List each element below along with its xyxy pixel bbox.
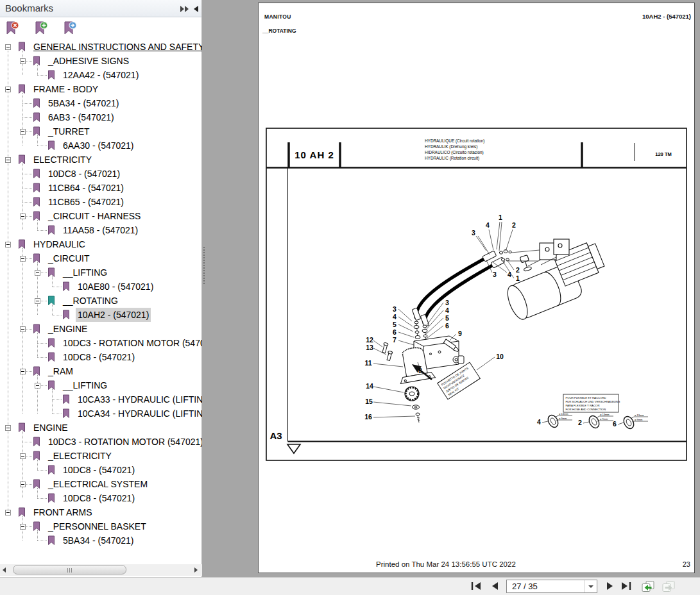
bookmark-label[interactable]: 10AE80 - (547021) bbox=[78, 280, 153, 294]
collapse-expander-icon[interactable] bbox=[35, 383, 40, 389]
bookmark-item[interactable]: _CIRCUIT - HARNESS bbox=[0, 209, 202, 223]
bookmark-label[interactable]: 10DC8 - (547021) bbox=[48, 167, 120, 181]
expand-options-icon[interactable] bbox=[180, 5, 191, 13]
collapse-expander-icon[interactable] bbox=[20, 326, 26, 332]
collapse-expander-icon[interactable] bbox=[20, 58, 26, 64]
bookmark-item[interactable]: 10DC8 - (547021) bbox=[0, 491, 202, 505]
bookmark-label[interactable]: ENGINE bbox=[33, 421, 68, 435]
last-page-icon[interactable] bbox=[620, 581, 633, 591]
bookmark-label[interactable]: __ROTATING bbox=[63, 294, 118, 308]
bookmark-item[interactable]: __ROTATING bbox=[0, 294, 202, 308]
bookmark-item[interactable]: FRAME - BODY bbox=[0, 82, 202, 96]
bookmark-item[interactable]: _RAM bbox=[0, 364, 202, 378]
bookmark-label[interactable]: 10DC8 - (547021) bbox=[63, 350, 135, 364]
first-page-icon[interactable] bbox=[470, 581, 482, 591]
bookmark-label[interactable]: __LIFTING bbox=[63, 265, 107, 280]
bookmark-item[interactable]: HYDRAULIC bbox=[0, 237, 202, 251]
bookmark-item[interactable]: 5BA34 - (547021) bbox=[0, 533, 202, 548]
bookmark-label[interactable]: 10AH2 - (547021) bbox=[76, 308, 151, 322]
bookmark-item[interactable]: 10DC3 - ROTATION MOTOR (547021) bbox=[0, 435, 202, 449]
bookmark-item[interactable]: _PERSONNEL BASKET bbox=[0, 519, 202, 533]
bookmark-item[interactable]: 10DC3 - ROTATION MOTOR (547021) bbox=[0, 336, 202, 350]
bookmark-item[interactable]: 11CB64 - (547021) bbox=[0, 181, 202, 195]
collapse-expander-icon[interactable] bbox=[5, 242, 11, 247]
bookmark-label[interactable]: 10DC3 - ROTATION MOTOR (547021) bbox=[63, 336, 202, 350]
bookmark-label[interactable]: _PERSONNEL BASKET bbox=[48, 519, 146, 533]
bookmark-label[interactable]: 6AB3 - (547021) bbox=[48, 110, 114, 124]
collapse-expander-icon[interactable] bbox=[20, 369, 26, 374]
bookmark-item[interactable]: 11AA58 - (547021) bbox=[0, 223, 202, 237]
bookmark-item[interactable]: 10AH2 - (547021) bbox=[0, 308, 202, 322]
bookmark-item[interactable]: 10DC8 - (547021) bbox=[0, 463, 202, 477]
bookmark-label[interactable]: __LIFTING bbox=[63, 378, 107, 392]
bookmark-item[interactable]: 11CB65 - (547021) bbox=[0, 195, 202, 209]
horizontal-scrollbar[interactable] bbox=[0, 564, 202, 576]
bookmark-label[interactable]: 10DC3 - ROTATION MOTOR (547021) bbox=[48, 435, 202, 449]
bookmark-item[interactable]: GENERAL INSTRUCTIONS AND SAFETY bbox=[0, 40, 202, 54]
bookmark-label[interactable]: 11AA58 - (547021) bbox=[63, 223, 138, 237]
bookmark-item[interactable]: 10AE80 - (547021) bbox=[0, 280, 202, 294]
bookmark-label[interactable]: HYDRAULIC bbox=[33, 237, 85, 251]
bookmark-label[interactable]: 10DC8 - (547021) bbox=[63, 491, 135, 505]
bookmark-item[interactable]: _ENGINE bbox=[0, 322, 202, 336]
bookmark-label[interactable]: 12AA42 - (547021) bbox=[63, 68, 139, 82]
bookmark-label[interactable]: _ELECTRICAL SYSTEM bbox=[48, 477, 148, 491]
collapse-expander-icon[interactable] bbox=[35, 270, 40, 276]
previous-view-icon[interactable] bbox=[640, 580, 656, 593]
bookmark-item[interactable]: _ELECTRICITY bbox=[0, 449, 202, 463]
bookmark-add-icon[interactable] bbox=[34, 21, 48, 36]
bookmark-goto-icon[interactable] bbox=[63, 21, 77, 36]
collapse-expander-icon[interactable] bbox=[20, 482, 26, 487]
bookmark-item[interactable]: 10DC8 - (547021) bbox=[0, 350, 202, 364]
panel-resize-grip[interactable] bbox=[203, 247, 207, 284]
page-number-field[interactable]: 27 / 35 bbox=[506, 580, 597, 593]
bookmark-label[interactable]: FRONT ARMS bbox=[33, 505, 92, 519]
bookmark-item[interactable]: ENGINE bbox=[0, 421, 202, 435]
bookmark-label[interactable]: 10DC8 - (547021) bbox=[63, 463, 135, 477]
bookmark-item[interactable]: FRONT ARMS bbox=[0, 505, 202, 519]
scroll-right-arrow-icon[interactable] bbox=[194, 567, 198, 573]
bookmark-item[interactable]: _CIRCUIT bbox=[0, 251, 202, 265]
bookmark-label[interactable]: GENERAL INSTRUCTIONS AND SAFETY bbox=[33, 40, 202, 54]
collapse-expander-icon[interactable] bbox=[5, 87, 11, 92]
previous-page-icon[interactable] bbox=[489, 581, 502, 591]
next-page-icon[interactable] bbox=[603, 581, 616, 591]
bookmark-label[interactable]: _RAM bbox=[48, 364, 73, 378]
bookmark-label[interactable]: 5BA34 - (547021) bbox=[48, 96, 119, 110]
bookmark-item[interactable]: 5BA34 - (547021) bbox=[0, 96, 202, 110]
bookmark-label[interactable]: 11CB65 - (547021) bbox=[48, 195, 124, 209]
bookmark-item[interactable]: __LIFTING bbox=[0, 265, 202, 280]
bookmark-label[interactable]: _ENGINE bbox=[48, 322, 87, 336]
collapse-expander-icon[interactable] bbox=[5, 44, 11, 50]
bookmark-label[interactable]: ELECTRICITY bbox=[33, 153, 92, 167]
bookmark-label[interactable]: 10CA34 - HYDRAULIC (LIFTING) bbox=[78, 406, 202, 421]
next-view-icon[interactable] bbox=[661, 580, 676, 593]
bookmark-label[interactable]: 6AA30 - (547021) bbox=[63, 138, 134, 153]
collapse-expander-icon[interactable] bbox=[20, 129, 26, 135]
bookmark-item[interactable]: _ADHESIVE SIGNS bbox=[0, 54, 202, 68]
bookmark-label[interactable]: _ELECTRICITY bbox=[48, 449, 112, 463]
collapse-panel-icon[interactable] bbox=[192, 5, 200, 13]
bookmark-label[interactable]: FRAME - BODY bbox=[33, 82, 98, 96]
bookmark-item[interactable]: 10CA34 - HYDRAULIC (LIFTING) bbox=[0, 406, 202, 421]
collapse-expander-icon[interactable] bbox=[5, 157, 11, 163]
bookmark-label[interactable]: _CIRCUIT - HARNESS bbox=[48, 209, 141, 223]
page-dropdown-button[interactable] bbox=[585, 580, 597, 592]
scroll-left-arrow-icon[interactable] bbox=[3, 567, 6, 573]
bookmark-item[interactable]: 10CA33 - HYDRAULIC (LIFTING) bbox=[0, 392, 202, 406]
bookmark-label[interactable]: 11CB64 - (547021) bbox=[48, 181, 124, 195]
bookmark-item[interactable]: 10DC8 - (547021) bbox=[0, 167, 202, 181]
collapse-expander-icon[interactable] bbox=[20, 256, 26, 262]
bookmark-label[interactable]: _TURRET bbox=[48, 124, 90, 138]
bookmark-item[interactable]: 12AA42 - (547021) bbox=[0, 68, 202, 82]
collapse-expander-icon[interactable] bbox=[20, 524, 26, 530]
collapse-expander-icon[interactable] bbox=[20, 453, 26, 459]
collapse-expander-icon[interactable] bbox=[20, 214, 26, 219]
scrollbar-thumb[interactable] bbox=[13, 565, 126, 574]
bookmark-item[interactable]: 6AB3 - (547021) bbox=[0, 110, 202, 124]
bookmark-label[interactable]: 5BA34 - (547021) bbox=[63, 533, 134, 548]
collapse-expander-icon[interactable] bbox=[5, 510, 11, 515]
bookmark-item[interactable]: ELECTRICITY bbox=[0, 153, 202, 167]
collapse-expander-icon[interactable] bbox=[35, 298, 40, 304]
bookmark-item[interactable]: __LIFTING bbox=[0, 378, 202, 392]
